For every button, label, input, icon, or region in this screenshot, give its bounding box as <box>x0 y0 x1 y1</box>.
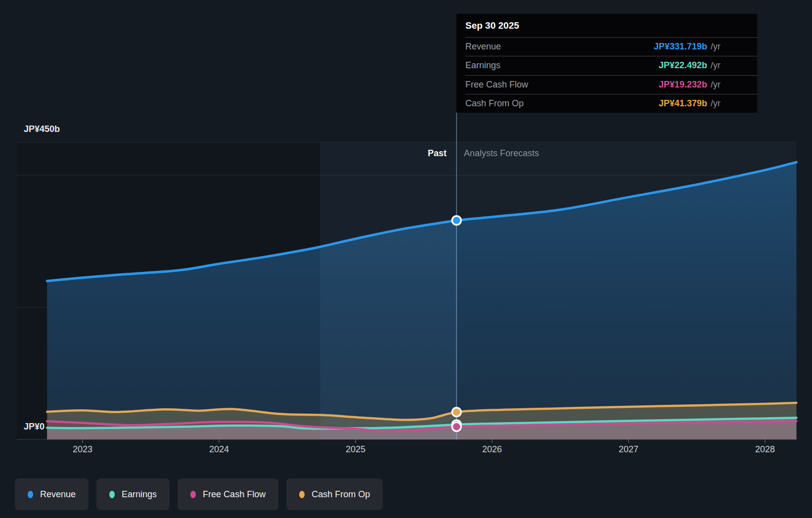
tooltip-row-earnings: Earnings JP¥22.492b /yr <box>465 56 757 75</box>
x-axis-label-2024: 2024 <box>197 444 241 455</box>
tooltip-row-cash-from-op: Cash From Op JP¥41.379b /yr <box>465 94 757 113</box>
legend-label: Earnings <box>122 489 157 500</box>
y-axis-max-label: JP¥450b <box>24 124 60 134</box>
analysts-forecasts-label: Analysts Forecasts <box>464 148 539 159</box>
x-axis-label-2028: 2028 <box>743 444 787 455</box>
tooltip-unit: /yr <box>711 80 721 90</box>
tooltip-label: Earnings <box>465 60 632 71</box>
tooltip-value: JP¥22.492b <box>632 60 707 71</box>
tooltip-value: JP¥41.379b <box>632 98 707 109</box>
tooltip-label: Free Cash Flow <box>465 80 632 90</box>
x-axis-label-2023: 2023 <box>60 444 105 455</box>
hovered-period-highlight <box>320 142 456 439</box>
tooltip-date: Sep 30 2025 <box>456 14 757 37</box>
tooltip-unit: /yr <box>711 42 721 52</box>
tooltip-label: Revenue <box>465 42 632 52</box>
earnings-forecast-chart: JP¥450b JP¥0 Past Analysts Forecasts 202… <box>0 0 812 518</box>
marker-cash-from-op <box>452 408 461 417</box>
tooltip-row-revenue: Revenue JP¥331.719b /yr <box>465 37 757 56</box>
legend-label: Revenue <box>40 489 76 500</box>
tooltip-label: Cash From Op <box>465 98 632 109</box>
tooltip-row-free-cash-flow: Free Cash Flow JP¥19.232b /yr <box>465 75 757 94</box>
x-axis-label-2027: 2027 <box>606 444 651 455</box>
marker-revenue <box>452 216 461 225</box>
marker-free-cash-flow <box>452 422 461 431</box>
legend-toggle-cash-from-op[interactable]: Cash From Op <box>286 478 383 510</box>
tooltip-unit: /yr <box>711 60 721 71</box>
legend-toggle-earnings[interactable]: Earnings <box>96 478 170 510</box>
y-axis-zero-label: JP¥0 <box>24 422 45 432</box>
past-region-label: Past <box>348 148 447 159</box>
revenue-dot-icon <box>28 491 33 498</box>
legend-toggle-free-cash-flow[interactable]: Free Cash Flow <box>178 478 278 510</box>
x-axis-label-2026: 2026 <box>470 444 514 455</box>
tooltip-unit: /yr <box>711 98 721 109</box>
legend: Revenue Earnings Free Cash Flow Cash Fro… <box>15 478 383 510</box>
chart-tooltip: Sep 30 2025 Revenue JP¥331.719b /yr Earn… <box>456 14 757 113</box>
x-axis-label-2025: 2025 <box>333 444 378 455</box>
tooltip-value: JP¥331.719b <box>632 42 707 52</box>
legend-label: Cash From Op <box>312 489 370 500</box>
free-cash-flow-dot-icon <box>190 491 196 498</box>
earnings-dot-icon <box>109 491 115 498</box>
legend-toggle-revenue[interactable]: Revenue <box>15 478 89 510</box>
cash-from-op-dot-icon <box>299 491 305 498</box>
legend-label: Free Cash Flow <box>203 489 266 500</box>
tooltip-value: JP¥19.232b <box>632 80 707 90</box>
